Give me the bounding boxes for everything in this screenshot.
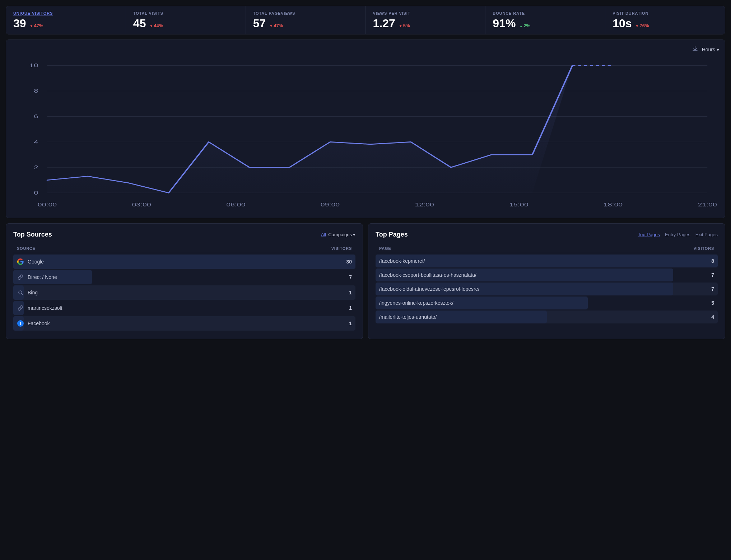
arrow-down-icon <box>149 23 153 28</box>
stat-value-views-per-visit: 1.27 <box>373 18 395 29</box>
source-name: Direct / None <box>28 274 57 280</box>
arrow-down-icon <box>399 23 402 28</box>
sources-tab-bar: All Campaigns ▾ <box>321 232 355 237</box>
svg-text:09:00: 09:00 <box>321 202 340 207</box>
svg-text:4: 4 <box>34 139 38 145</box>
hours-filter-button[interactable]: Hours ▾ <box>702 47 719 52</box>
stat-change-bounce-rate: 2% <box>519 23 530 28</box>
table-row[interactable]: /facebook-csoport-beallitasa-es-hasznala… <box>376 269 718 281</box>
svg-text:2: 2 <box>34 164 38 170</box>
table-row[interactable]: /ingyenes-online-kepszerkesztok/5 <box>376 297 718 309</box>
top-sources-panel: Top Sources All Campaigns ▾ Source Visit… <box>6 223 363 339</box>
pages-table-header: Page Visitors <box>376 244 718 253</box>
source-visitors: 1 <box>349 290 352 295</box>
stat-total-visits[interactable]: TOTAL VISITS 45 44% <box>126 6 246 34</box>
bottom-panels: Top Sources All Campaigns ▾ Source Visit… <box>6 223 725 339</box>
source-visitors: 7 <box>349 274 352 280</box>
page-path: /mailerlite-teljes-utmutato/ <box>379 314 437 320</box>
svg-text:6: 6 <box>34 113 38 119</box>
stat-label-bounce-rate: BOUNCE RATE <box>493 11 598 15</box>
table-row[interactable]: /mailerlite-teljes-utmutato/4 <box>376 311 718 323</box>
svg-text:0: 0 <box>34 190 38 196</box>
stat-label-total-pageviews: TOTAL PAGEVIEWS <box>253 11 358 15</box>
campaigns-dropdown[interactable]: Campaigns ▾ <box>328 232 355 237</box>
table-row[interactable]: Direct / None7 <box>13 270 355 284</box>
stat-total-pageviews[interactable]: TOTAL PAGEVIEWS 57 47% <box>246 6 366 34</box>
source-name: Facebook <box>28 321 50 326</box>
source-name: martincsekzsolt <box>28 305 62 311</box>
download-button[interactable] <box>692 46 698 53</box>
sources-table-body: Google30 Direct / None7 Bing1 martincsek… <box>13 255 355 331</box>
tab-entry-pages[interactable]: Entry Pages <box>665 232 690 237</box>
arrow-down-icon <box>635 23 639 28</box>
stat-label-visit-duration: VISIT DURATION <box>613 11 718 15</box>
table-row[interactable]: fFacebook1 <box>13 316 355 331</box>
table-row[interactable]: martincsekzsolt1 <box>13 301 355 315</box>
table-row[interactable]: /facebook-oldal-atnevezese-lepesrol-lepe… <box>376 283 718 295</box>
google-icon <box>17 258 24 265</box>
stat-label-unique-visitors: UNIQUE VISITORS <box>13 11 118 15</box>
svg-text:18:00: 18:00 <box>604 202 623 207</box>
svg-text:03:00: 03:00 <box>132 202 151 207</box>
stat-change-views-per-visit: 5% <box>399 23 410 28</box>
link-icon <box>17 274 24 281</box>
source-name: Bing <box>28 290 38 295</box>
tab-exit-pages[interactable]: Exit Pages <box>695 232 718 237</box>
arrow-down-icon <box>30 23 33 28</box>
stat-views-per-visit[interactable]: VIEWS PER VISIT 1.27 5% <box>366 6 485 34</box>
stat-change-total-pageviews: 47% <box>269 23 283 28</box>
pages-table-body: /facebook-kepmeret/8/facebook-csoport-be… <box>376 255 718 323</box>
stat-value-visit-duration: 10s <box>613 18 632 29</box>
stat-label-total-visits: TOTAL VISITS <box>133 11 238 15</box>
svg-text:21:00: 21:00 <box>698 202 717 207</box>
sources-table-header: Source Visitors <box>13 244 355 253</box>
chart-area: 10 8 6 4 2 0 00:00 03:00 06:00 09:00 12:… <box>12 58 719 212</box>
svg-text:10: 10 <box>29 62 38 68</box>
pages-tab-bar: Top Pages Entry Pages Exit Pages <box>638 232 718 237</box>
source-visitors: 1 <box>349 305 352 311</box>
stats-bar: UNIQUE VISITORS 39 47% TOTAL VISITS 45 4… <box>6 6 725 34</box>
table-row[interactable]: /facebook-kepmeret/8 <box>376 255 718 267</box>
stat-change-unique-visitors: 47% <box>30 23 43 28</box>
stat-change-visit-duration: 76% <box>635 23 649 28</box>
page-visitors: 7 <box>711 272 714 278</box>
stat-unique-visitors[interactable]: UNIQUE VISITORS 39 47% <box>6 6 126 34</box>
source-visitors: 1 <box>349 321 352 326</box>
stat-label-views-per-visit: VIEWS PER VISIT <box>373 11 478 15</box>
top-sources-header: Top Sources All Campaigns ▾ <box>13 231 355 238</box>
line-chart: 10 8 6 4 2 0 00:00 03:00 06:00 09:00 12:… <box>12 58 719 212</box>
chart-controls: Hours ▾ <box>12 46 719 53</box>
stat-value-unique-visitors: 39 <box>13 18 26 29</box>
table-row[interactable]: Google30 <box>13 255 355 269</box>
top-pages-title: Top Pages <box>376 231 408 238</box>
top-pages-panel: Top Pages Top Pages Entry Pages Exit Pag… <box>368 223 725 339</box>
top-sources-title: Top Sources <box>13 231 52 238</box>
tab-top-pages[interactable]: Top Pages <box>638 232 660 237</box>
stat-bounce-rate[interactable]: BOUNCE RATE 91% 2% <box>485 6 605 34</box>
stat-value-bounce-rate: 91% <box>493 18 516 29</box>
source-name: Google <box>28 259 44 265</box>
page-visitors: 5 <box>711 300 714 306</box>
svg-text:15:00: 15:00 <box>509 202 528 207</box>
all-tab[interactable]: All <box>321 232 326 237</box>
svg-text:00:00: 00:00 <box>38 202 57 207</box>
page-path: /facebook-oldal-atnevezese-lepesrol-lepe… <box>379 286 479 292</box>
arrow-down-icon <box>269 23 273 28</box>
page-path: /facebook-kepmeret/ <box>379 258 425 264</box>
stat-value-total-pageviews: 57 <box>253 18 266 29</box>
stat-value-total-visits: 45 <box>133 18 146 29</box>
svg-text:8: 8 <box>34 88 38 94</box>
stat-visit-duration[interactable]: VISIT DURATION 10s 76% <box>605 6 725 34</box>
facebook-icon: f <box>17 320 24 327</box>
page-visitors: 7 <box>711 286 714 292</box>
page-visitors: 8 <box>711 258 714 264</box>
chevron-down-icon: ▾ <box>353 232 355 237</box>
chevron-down-icon: ▾ <box>717 47 719 52</box>
top-pages-header: Top Pages Top Pages Entry Pages Exit Pag… <box>376 231 718 238</box>
table-row[interactable]: Bing1 <box>13 285 355 300</box>
page-visitors: 4 <box>711 314 714 320</box>
link-icon <box>17 304 24 312</box>
arrow-up-icon <box>519 23 523 28</box>
page-path: /facebook-csoport-beallitasa-es-hasznala… <box>379 272 476 278</box>
svg-text:12:00: 12:00 <box>415 202 434 207</box>
